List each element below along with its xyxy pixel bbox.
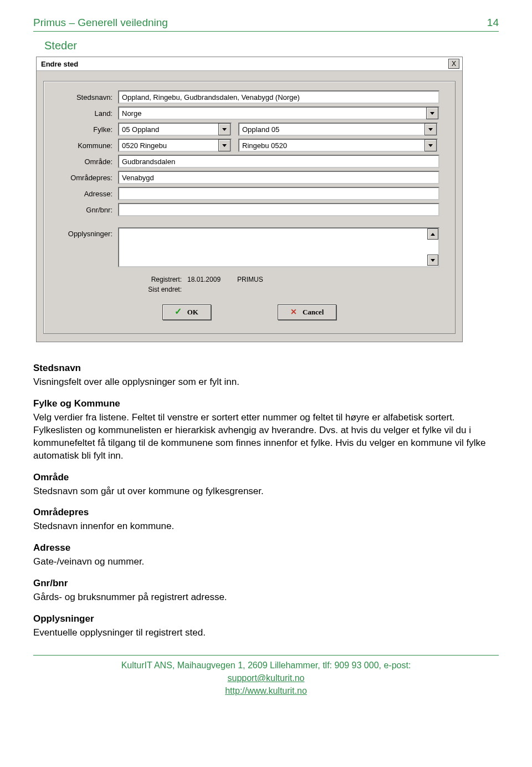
x-icon: [290, 308, 298, 316]
heading-adresse: Adresse: [33, 542, 499, 555]
para-omrade: Stedsnavn som går ut over kommune og fyl…: [33, 486, 264, 496]
close-icon[interactable]: X: [448, 59, 459, 69]
heading-opplysninger: Opplysninger: [33, 613, 499, 626]
heading-omradepres: Områdepres: [33, 506, 499, 519]
heading-fylkekommune: Fylke og Kommune: [33, 398, 499, 410]
fylke-name-select[interactable]: Oppland 05: [238, 123, 438, 136]
endre-sted-dialog: Endre sted X Stedsnavn: Oppland, Ringebu…: [36, 57, 463, 342]
chevron-down-icon[interactable]: [218, 139, 231, 151]
sistendret-label: Sist endret:: [52, 285, 182, 294]
adresse-label: Adresse:: [52, 190, 118, 198]
dialog-titlebar: Endre sted X: [37, 57, 462, 71]
registrert-label: Registrert:: [52, 275, 182, 285]
kommune-code-select[interactable]: 0520 Ringebu: [118, 139, 232, 152]
chevron-down-icon[interactable]: [218, 123, 231, 135]
page-number: 14: [487, 17, 499, 29]
land-select[interactable]: Norge: [118, 106, 439, 120]
cancel-button-label: Cancel: [303, 308, 324, 317]
kommune-label: Kommune:: [52, 141, 118, 150]
para-adresse: Gate-/veinavn og nummer.: [33, 556, 144, 567]
cancel-button[interactable]: Cancel: [278, 304, 336, 320]
gnrbnr-input[interactable]: [118, 203, 439, 216]
stedsnavn-label: Stedsnavn:: [52, 93, 118, 101]
para-fylkekommune: Velg verdier fra listene. Feltet til ven…: [33, 412, 485, 461]
omrade-label: Område:: [52, 158, 118, 166]
fylke-code-select[interactable]: 05 Oppland: [118, 123, 232, 136]
heading-stedsnavn: Stedsnavn: [33, 362, 499, 375]
gnrbnr-label: Gnr/bnr:: [52, 206, 118, 214]
header-divider: [33, 31, 499, 32]
footer-email[interactable]: support@kulturit.no: [228, 673, 305, 683]
para-opplysninger: Eventuelle opplysninger til registrert s…: [33, 627, 206, 638]
check-icon: [175, 308, 183, 316]
footer-line1: KulturIT ANS, Maihaugvegen 1, 2609 Lille…: [33, 659, 499, 672]
omradepres-input[interactable]: Venabygd: [118, 171, 439, 184]
opplysninger-textarea[interactable]: [118, 227, 439, 267]
page-footer: KulturIT ANS, Maihaugvegen 1, 2609 Lille…: [33, 659, 499, 698]
para-omradepres: Stedsnavn innenfor en kommune.: [33, 521, 174, 531]
meta-info: Registrert: Sist endret: 18.01.2009 PRIM…: [52, 275, 447, 294]
chevron-down-icon[interactable]: [426, 107, 438, 119]
doc-title: Primus – Generell veiledning: [33, 17, 168, 29]
fylke-label: Fylke:: [52, 125, 118, 134]
chevron-down-icon[interactable]: [427, 255, 438, 266]
para-gnrbnr: Gårds- og bruksnummer på registrert adre…: [33, 592, 227, 602]
section-heading: Steder: [44, 39, 499, 52]
footer-divider: [33, 655, 499, 656]
adresse-input[interactable]: [118, 187, 439, 200]
ok-button[interactable]: OK: [162, 304, 211, 320]
page-header: Primus – Generell veiledning 14: [33, 17, 499, 29]
stedsnavn-input[interactable]: Oppland, Ringebu, Gudbrandsdalen, Venaby…: [118, 90, 439, 104]
heading-gnrbnr: Gnr/bnr: [33, 577, 499, 590]
omradepres-label: Områdepres:: [52, 174, 118, 182]
land-label: Land:: [52, 109, 118, 118]
footer-url[interactable]: http://www.kulturit.no: [225, 686, 307, 695]
chevron-down-icon[interactable]: [424, 123, 437, 135]
omrade-input[interactable]: Gudbrandsdalen: [118, 155, 439, 168]
heading-omrade: Område: [33, 471, 499, 484]
form-group: Stedsnavn: Oppland, Ringebu, Gudbrandsda…: [43, 81, 456, 334]
kommune-name-select[interactable]: Ringebu 0520: [238, 139, 438, 152]
chevron-down-icon[interactable]: [424, 139, 437, 151]
sistendret-value: 18.01.2009: [187, 276, 221, 283]
ok-button-label: OK: [187, 308, 198, 317]
meta-user: PRIMUS: [237, 276, 263, 283]
opplysninger-label: Opplysninger:: [52, 227, 118, 238]
para-stedsnavn: Visningsfelt over alle opplysninger som …: [33, 377, 239, 387]
chevron-up-icon[interactable]: [427, 228, 438, 240]
dialog-title: Endre sted: [41, 60, 78, 68]
document-body: Stedsnavn Visningsfelt over alle opplysn…: [33, 362, 499, 639]
